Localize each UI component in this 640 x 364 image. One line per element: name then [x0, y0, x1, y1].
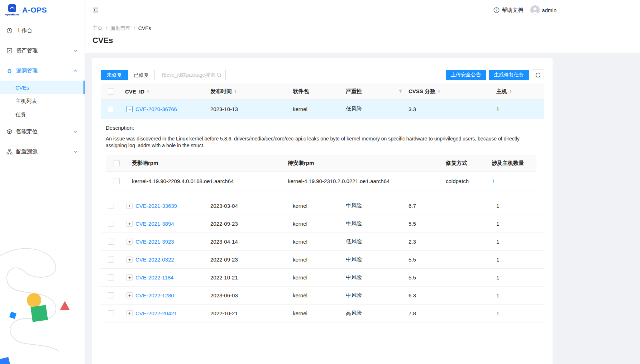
cluster-icon — [6, 149, 13, 155]
refresh-icon — [535, 72, 541, 78]
column-header-cvss-score[interactable]: CVSS 分数 ▲▼ — [409, 88, 496, 95]
severity-cell: 中风险 — [346, 292, 409, 299]
sort-icon[interactable]: ▲▼ — [234, 90, 237, 94]
package-cell: kernel — [293, 106, 346, 112]
severity-cell: 中风险 — [346, 220, 409, 227]
sidebar: openEuler A-OPS 工作台 资产管理 — [0, 0, 85, 364]
refresh-button[interactable] — [532, 70, 544, 80]
cve-link[interactable]: CVE-2021-3894 — [135, 221, 174, 227]
sidebar-item-tasks[interactable]: 任务 — [0, 108, 85, 121]
help-docs-label: 帮助文档 — [502, 7, 523, 14]
row-checkbox[interactable] — [108, 106, 114, 112]
sort-icon[interactable]: ▲▼ — [438, 90, 440, 94]
row-checkbox[interactable] — [108, 221, 114, 227]
row-checkbox[interactable] — [108, 274, 114, 281]
user-menu[interactable]: admin — [530, 5, 557, 15]
squiggle-line — [0, 249, 59, 351]
package-cell: kernel — [293, 203, 346, 209]
host-count-cell: 1 — [496, 106, 544, 112]
cve-link[interactable]: CVE-2022-1184 — [135, 274, 173, 281]
vuln-mgmt-submenu: CVEs 主机列表 任务 — [0, 81, 85, 121]
sidebar-item-vuln-mgmt[interactable]: 漏洞管理 — [0, 63, 85, 78]
table-row: + CVE-2021-3923 2023-04-14 kernel 低风险 2.… — [101, 233, 544, 251]
severity-cell: 中风险 — [346, 202, 409, 209]
breadcrumb-home[interactable]: 主页 — [92, 25, 102, 32]
rpm-select-all-checkbox[interactable] — [114, 160, 120, 166]
host-count-link[interactable]: 1 — [492, 178, 495, 184]
filter-icon[interactable] — [398, 89, 403, 94]
install-rpm-cell: kernel-4.19.90-2310.2.0.0221.oe1.aarch64 — [288, 178, 446, 184]
row-checkbox[interactable] — [108, 310, 114, 316]
table-row: + CVE-2022-1280 2023-06-03 kernel 中风险 6.… — [101, 287, 544, 305]
package-cell: kernel — [293, 221, 346, 227]
chevron-up-icon — [73, 70, 77, 72]
question-circle-icon — [493, 7, 500, 13]
upload-advisory-button[interactable]: 上传安全公告 — [446, 70, 486, 80]
sidebar-item-workbench[interactable]: 工作台 — [0, 23, 85, 38]
sidebar-item-cves[interactable]: CVEs — [0, 81, 85, 94]
row-checkbox[interactable] — [108, 239, 114, 245]
help-docs-link[interactable]: 帮助文档 — [493, 7, 523, 14]
column-label: 发布时间 — [210, 88, 232, 95]
expand-row-button[interactable]: + — [126, 257, 133, 263]
openeuler-logo: openEuler — [5, 4, 19, 16]
row-checkbox[interactable] — [108, 203, 114, 209]
column-header-publish-date[interactable]: 发布时间 ▲▼ — [210, 88, 293, 95]
rpm-row-checkbox[interactable] — [114, 178, 120, 184]
cve-link[interactable]: CVE-2020-36766 — [135, 106, 177, 112]
breadcrumb: 主页 / 漏洞管理 / CVEs — [92, 25, 631, 32]
cube-icon — [6, 129, 13, 135]
search-icon[interactable] — [216, 72, 222, 78]
app-logo[interactable]: openEuler A-OPS — [0, 0, 85, 20]
cve-link[interactable]: CVE-2021-3923 — [135, 239, 174, 245]
expand-row-button[interactable]: + — [126, 274, 133, 281]
sidebar-collapse-button[interactable] — [92, 7, 99, 13]
expand-row-button[interactable]: + — [126, 292, 133, 298]
publish-date-cell: 2023-06-03 — [210, 292, 293, 298]
cve-link[interactable]: CVE-2022-0322 — [135, 257, 174, 263]
bug-icon — [6, 68, 13, 74]
package-cell: kernel — [293, 257, 346, 263]
app-root: openEuler A-OPS 工作台 资产管理 — [0, 0, 640, 364]
cvss-score-cell: 2.3 — [409, 239, 496, 245]
column-header-severity[interactable]: 严重性 — [346, 88, 409, 95]
rpm-row: kernel-4.19.90-2209.4.0.0168.oe1.aarch64… — [106, 172, 536, 191]
row-checkbox[interactable] — [108, 292, 114, 298]
column-label: CVSS 分数 — [409, 88, 435, 95]
select-all-checkbox[interactable] — [108, 88, 114, 95]
page-head: 主页 / 漏洞管理 / CVEs CVEs — [85, 20, 640, 53]
cve-link[interactable]: CVE-2022-1280 — [135, 292, 174, 298]
sidebar-item-asset-mgmt[interactable]: 资产管理 — [0, 43, 85, 58]
expand-row-button[interactable]: + — [126, 221, 133, 227]
sort-icon[interactable]: ▲▼ — [509, 90, 512, 94]
publish-date-cell: 2022-10-21 — [210, 310, 293, 316]
sidebar-item-host-list[interactable]: 主机列表 — [0, 94, 85, 108]
sort-icon[interactable]: ▲▼ — [147, 90, 149, 94]
expand-row-button[interactable]: + — [126, 239, 133, 245]
filter-fixed-button[interactable]: 已修复 — [128, 70, 155, 80]
rpm-table: 受影响rpm 待安装rpm 修复方式 涉及主机数量 kernel-4.19.90… — [106, 155, 536, 191]
column-header-hosts[interactable]: 主机 ▲▼ — [496, 88, 544, 95]
breadcrumb-vuln-mgmt[interactable]: 漏洞管理 — [110, 25, 130, 32]
sidebar-item-label: 主机列表 — [15, 98, 37, 105]
cve-card: 未修复 已修复 上传安全公告 生成修复任务 — [92, 58, 553, 364]
generate-fix-task-button[interactable]: 生成修复任务 — [489, 70, 529, 80]
header-right: 帮助文档 admin — [493, 5, 557, 15]
cve-link[interactable]: CVE-2021-33639 — [135, 203, 177, 209]
sidebar-item-smart-location[interactable]: 智能定位 — [0, 124, 85, 139]
main-area: 帮助文档 admin 主页 / 漏洞管理 / CVEs CVEs 未修复 — [85, 0, 640, 364]
publish-date-cell: 2023-04-14 — [210, 239, 293, 245]
package-cell: kernel — [293, 239, 346, 245]
search-input[interactable] — [162, 72, 216, 78]
expand-row-button[interactable]: + — [126, 310, 133, 316]
filter-unfixed-button[interactable]: 未修复 — [101, 70, 128, 80]
sidebar-item-config-trace[interactable]: 配置溯源 — [0, 144, 85, 159]
row-checkbox[interactable] — [108, 257, 114, 263]
yellow-circle-shape — [27, 293, 41, 307]
expand-row-button[interactable]: + — [126, 203, 133, 209]
cve-link[interactable]: CVE-2022-20421 — [135, 310, 177, 316]
chevron-down-icon — [73, 150, 77, 153]
publish-date-cell: 2022-09-23 — [210, 221, 293, 227]
column-header-cve-id[interactable]: CVE_ID ▲▼ — [121, 88, 210, 95]
expand-row-button[interactable]: − — [126, 106, 133, 112]
